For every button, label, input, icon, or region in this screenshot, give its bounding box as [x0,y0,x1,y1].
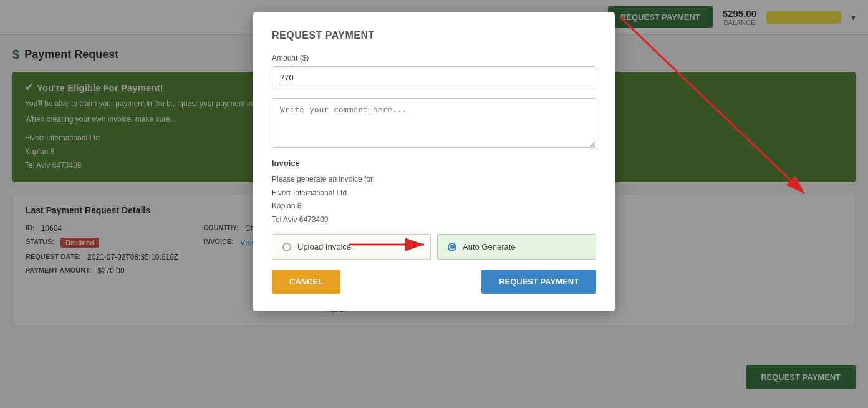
auto-generate-option[interactable]: Auto Generate [437,234,596,260]
invoice-section: Invoice Please generate an invoice for: … [272,158,596,260]
comment-form-group [272,98,596,150]
request-payment-modal: REQUEST PAYMENT Amount ($) Invoice Pleas… [253,12,615,311]
modal-footer: CANCEL REQUEST PAYMENT [272,270,596,294]
upload-invoice-option[interactable]: Upload Invoice [272,234,431,260]
amount-form-group: Amount ($) [272,54,596,89]
invoice-section-label: Invoice [272,158,596,168]
auto-option-label: Auto Generate [463,242,516,251]
amount-input[interactable] [272,66,596,89]
modal-title: REQUEST PAYMENT [272,30,596,41]
invoice-info: Please generate an invoice for: Fiverr I… [272,173,596,226]
comment-textarea[interactable] [272,98,596,148]
upload-radio [282,243,291,251]
auto-radio [448,243,456,251]
amount-label: Amount ($) [272,54,596,62]
cancel-button[interactable]: CANCEL [272,270,340,294]
modal-request-payment-button[interactable]: REQUEST PAYMENT [481,270,596,294]
invoice-options: Upload Invoice Auto Generate [272,234,596,260]
upload-option-label: Upload Invoice [297,242,351,251]
